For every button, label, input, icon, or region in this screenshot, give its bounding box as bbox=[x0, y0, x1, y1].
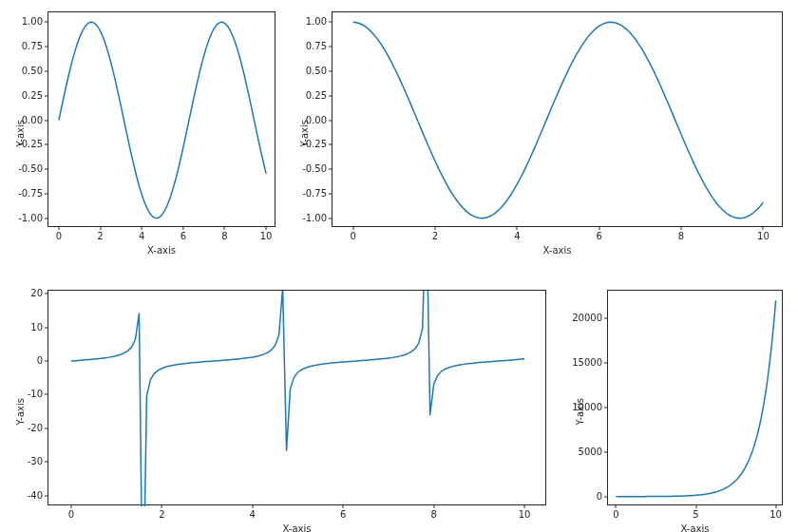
y-tick-label: 1.00 bbox=[22, 17, 43, 27]
series-line bbox=[71, 199, 524, 532]
y-tick-label: 0.75 bbox=[306, 42, 327, 51]
x-axis-label: X-axis bbox=[283, 523, 312, 532]
x-axis-label: X-axis bbox=[147, 245, 176, 256]
figure: 0246810-1.00-0.75-0.50-0.250.000.250.500… bbox=[0, 0, 798, 532]
y-tick-label: 0 bbox=[37, 356, 43, 366]
x-tick-label: 8 bbox=[678, 232, 684, 241]
y-tick-label: -1.00 bbox=[18, 214, 43, 223]
axes-0: 0246810-1.00-0.75-0.50-0.250.000.250.500… bbox=[48, 11, 276, 227]
x-tick-label: 0 bbox=[350, 232, 355, 241]
y-tick-label: 20 bbox=[30, 289, 43, 298]
y-tick-label: -30 bbox=[28, 457, 43, 466]
line-plot bbox=[48, 291, 547, 506]
x-tick-label: 4 bbox=[514, 232, 520, 241]
x-tick-label: 5 bbox=[693, 510, 698, 520]
y-tick-label: 0 bbox=[597, 492, 602, 502]
axes-1: 0246810-1.00-0.75-0.50-0.250.000.250.500… bbox=[332, 11, 783, 227]
y-tick-label: 1.00 bbox=[306, 17, 327, 27]
y-tick-label: -10 bbox=[28, 390, 43, 399]
y-tick-label: 15000 bbox=[572, 358, 602, 368]
x-tick-label: 10 bbox=[260, 232, 273, 241]
line-plot bbox=[332, 12, 784, 228]
x-tick-label: 6 bbox=[596, 232, 601, 241]
x-tick-label: 2 bbox=[159, 510, 164, 520]
x-axis-label: X-axis bbox=[681, 523, 710, 532]
y-tick-label: -0.50 bbox=[302, 164, 327, 174]
x-tick-label: 6 bbox=[180, 232, 186, 241]
y-tick-label: -0.75 bbox=[18, 189, 43, 199]
x-axis-label: X-axis bbox=[543, 245, 572, 256]
y-tick-label: 0.25 bbox=[22, 91, 43, 101]
y-tick-label: -0.75 bbox=[302, 189, 327, 199]
x-tick-label: 0 bbox=[68, 510, 74, 520]
y-axis-label: Y-axis bbox=[575, 398, 585, 426]
axes-2: 0246810-40-30-20-1001020X-axisY-axis bbox=[48, 290, 546, 505]
y-tick-label: -0.50 bbox=[18, 164, 43, 174]
y-tick-label: 20000 bbox=[572, 314, 602, 323]
y-tick-label: 10 bbox=[30, 323, 43, 332]
x-tick-label: 4 bbox=[250, 510, 256, 520]
y-tick-label: 5000 bbox=[579, 447, 602, 457]
x-tick-label: 6 bbox=[340, 510, 346, 520]
y-tick-label: 0.50 bbox=[22, 66, 43, 76]
y-tick-label: -40 bbox=[28, 491, 43, 501]
x-tick-label: 10 bbox=[757, 232, 770, 241]
x-tick-label: 10 bbox=[770, 510, 782, 520]
x-tick-label: 0 bbox=[613, 510, 618, 520]
x-tick-label: 10 bbox=[519, 510, 531, 520]
x-tick-label: 8 bbox=[430, 510, 436, 520]
y-tick-label: -1.00 bbox=[302, 214, 327, 223]
series-line bbox=[59, 22, 266, 218]
y-tick-label: -20 bbox=[28, 424, 43, 433]
line-plot bbox=[608, 291, 784, 506]
y-axis-label: Y-axis bbox=[15, 120, 26, 147]
x-tick-label: 0 bbox=[56, 232, 62, 241]
x-tick-label: 8 bbox=[221, 232, 227, 241]
y-tick-label: 0.75 bbox=[22, 42, 43, 51]
y-axis-label: Y-axis bbox=[15, 398, 26, 426]
x-tick-label: 2 bbox=[432, 232, 438, 241]
y-tick-label: 0.25 bbox=[306, 91, 327, 101]
y-axis-label: Y-axis bbox=[299, 120, 310, 147]
axes-3: 051005000100001500020000X-axisY-axis bbox=[607, 290, 783, 505]
x-tick-label: 2 bbox=[97, 232, 103, 241]
x-tick-label: 4 bbox=[139, 232, 144, 241]
line-plot bbox=[48, 12, 276, 228]
series-line bbox=[353, 22, 764, 218]
y-tick-label: 0.50 bbox=[306, 66, 327, 76]
series-line bbox=[616, 300, 775, 496]
